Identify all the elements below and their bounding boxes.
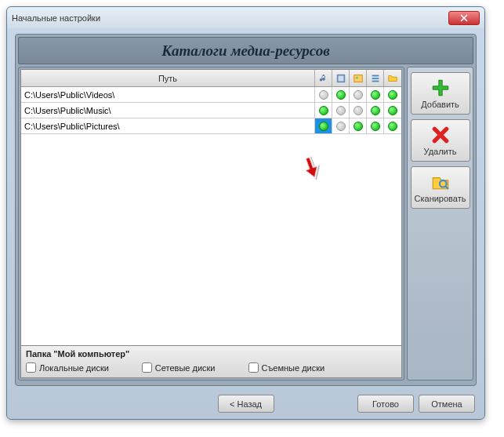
back-button[interactable]: < Назад bbox=[218, 395, 274, 413]
table-row[interactable]: C:\Users\Public\Videos\ bbox=[21, 87, 401, 103]
cell-toggle[interactable] bbox=[315, 118, 332, 133]
grey-dot-icon bbox=[354, 106, 363, 115]
green-dot-icon bbox=[319, 106, 328, 115]
music-note-icon bbox=[318, 73, 329, 84]
green-dot-icon bbox=[388, 106, 397, 115]
table-row[interactable]: C:\Users\Public\Music\ bbox=[21, 103, 401, 118]
grey-dot-icon bbox=[336, 122, 346, 131]
cell-toggle[interactable] bbox=[367, 118, 384, 133]
svg-rect-1 bbox=[338, 75, 343, 81]
titlebar: Начальные настройки bbox=[7, 7, 484, 28]
green-dot-icon bbox=[371, 122, 380, 131]
checkbox-removable[interactable] bbox=[248, 362, 259, 373]
cell-toggle[interactable] bbox=[367, 103, 384, 118]
cell-toggle[interactable] bbox=[350, 103, 367, 118]
cell-toggle[interactable] bbox=[367, 87, 384, 102]
picture-icon bbox=[353, 73, 364, 84]
cell-toggle[interactable] bbox=[384, 87, 401, 102]
cell-toggle[interactable] bbox=[315, 103, 332, 118]
window-title: Начальные настройки bbox=[12, 13, 448, 23]
finish-button[interactable]: Готово bbox=[357, 395, 414, 413]
list-icon bbox=[370, 73, 381, 84]
grey-dot-icon bbox=[336, 106, 346, 115]
close-icon bbox=[460, 14, 468, 22]
close-button[interactable] bbox=[448, 11, 480, 25]
checkbox-local[interactable] bbox=[26, 362, 36, 373]
cell-path: C:\Users\Public\Music\ bbox=[21, 103, 315, 118]
folder-table: Путь C:\Users\Public\Videos\C:\Users\Pub… bbox=[20, 69, 402, 346]
cancel-button[interactable]: Отмена bbox=[419, 395, 475, 413]
cell-toggle[interactable] bbox=[332, 87, 350, 102]
green-dot-icon bbox=[371, 90, 380, 100]
cell-path: C:\Users\Public\Pictures\ bbox=[21, 118, 315, 133]
cell-toggle[interactable] bbox=[315, 87, 332, 102]
column-path[interactable]: Путь bbox=[21, 70, 315, 86]
plus-icon bbox=[430, 78, 451, 98]
wizard-right: Готово Отмена bbox=[357, 395, 475, 413]
checkbox-group: Локальные диски Сетевые диски Съемные ди… bbox=[26, 362, 397, 373]
green-dot-icon bbox=[319, 122, 328, 131]
footer-panel: Папка "Мой компьютер" Локальные диски Се… bbox=[20, 346, 402, 378]
header-panel: Каталоги медиа-ресурсов bbox=[18, 37, 473, 64]
svg-rect-6 bbox=[372, 80, 379, 82]
svg-rect-5 bbox=[372, 78, 379, 79]
column-folder[interactable] bbox=[384, 70, 401, 86]
footer-title: Папка "Мой компьютер" bbox=[26, 349, 397, 359]
side-panel: Добавить Удалить Сканировать bbox=[407, 67, 473, 381]
table-panel: Путь C:\Users\Public\Videos\C:\Users\Pub… bbox=[18, 67, 404, 381]
page-title: Каталоги медиа-ресурсов bbox=[161, 42, 330, 60]
svg-point-3 bbox=[355, 76, 357, 78]
column-image[interactable] bbox=[350, 70, 367, 86]
column-video[interactable] bbox=[332, 70, 350, 86]
delete-icon bbox=[430, 125, 451, 145]
dialog-window: Начальные настройки Каталоги медиа-ресур… bbox=[6, 6, 485, 420]
green-dot-icon bbox=[336, 90, 346, 100]
svg-rect-2 bbox=[354, 75, 362, 82]
main-area: Путь C:\Users\Public\Videos\C:\Users\Pub… bbox=[18, 67, 473, 381]
green-dot-icon bbox=[354, 122, 363, 131]
svg-rect-4 bbox=[372, 75, 379, 76]
table-row[interactable]: C:\Users\Public\Pictures\ bbox=[21, 118, 401, 134]
cell-toggle[interactable] bbox=[332, 103, 350, 118]
folder-icon bbox=[387, 73, 398, 84]
column-list[interactable] bbox=[367, 70, 384, 86]
add-button[interactable]: Добавить bbox=[411, 72, 470, 115]
content-panel: Каталоги медиа-ресурсов Путь C:\Users\Pu… bbox=[15, 34, 477, 386]
cell-toggle[interactable] bbox=[332, 118, 350, 133]
column-audio[interactable] bbox=[315, 70, 332, 86]
green-dot-icon bbox=[388, 122, 397, 131]
cell-toggle[interactable] bbox=[384, 118, 401, 133]
cell-path: C:\Users\Public\Videos\ bbox=[21, 87, 315, 102]
check-local[interactable]: Локальные диски bbox=[26, 362, 109, 373]
check-removable[interactable]: Съемные диски bbox=[248, 362, 325, 373]
table-header: Путь bbox=[21, 70, 401, 87]
check-network[interactable]: Сетевые диски bbox=[142, 362, 216, 373]
grey-dot-icon bbox=[319, 90, 328, 100]
grey-dot-icon bbox=[354, 90, 363, 100]
green-dot-icon bbox=[388, 90, 397, 100]
green-dot-icon bbox=[371, 106, 380, 115]
cell-toggle[interactable] bbox=[350, 87, 367, 102]
remove-button[interactable]: Удалить bbox=[411, 119, 470, 162]
table-body: C:\Users\Public\Videos\C:\Users\Public\M… bbox=[21, 87, 401, 134]
cell-toggle[interactable] bbox=[350, 118, 367, 133]
scan-button[interactable]: Сканировать bbox=[411, 166, 470, 209]
checkbox-network[interactable] bbox=[142, 362, 152, 373]
film-icon bbox=[335, 73, 346, 84]
scan-icon bbox=[430, 172, 451, 192]
cell-toggle[interactable] bbox=[384, 103, 401, 118]
